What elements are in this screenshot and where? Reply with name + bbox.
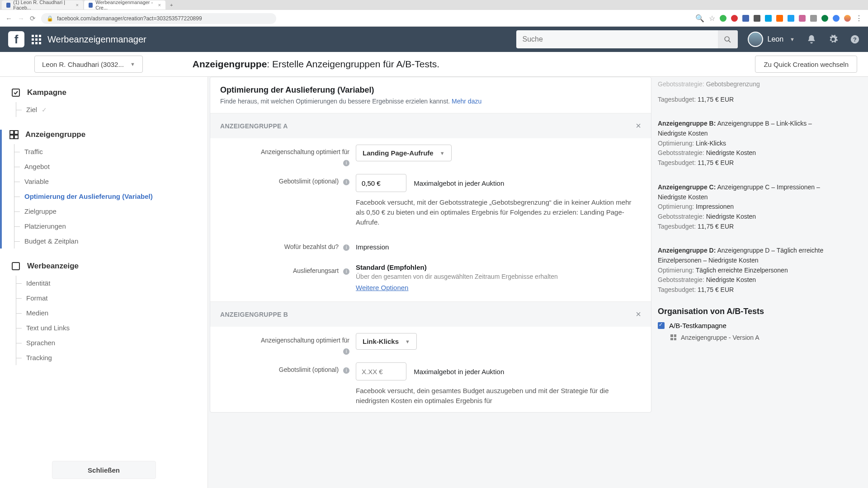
extension-icon[interactable]	[765, 15, 772, 22]
browser-tab-active[interactable]: Werbeanzeigenmanager - Cre... ×	[84, 0, 165, 9]
card-title: Optimierung der Auslieferung (Variabel)	[210, 77, 651, 98]
summary-group-c: Anzeigengruppe C: Anzeigengruppe C – Imp…	[658, 180, 825, 234]
org-campaign-line[interactable]: A/B-Testkampagne	[658, 322, 825, 329]
nav-item-budget[interactable]: Budget & Zeitplan	[14, 234, 198, 249]
nav-head-campaign[interactable]: Kampagne	[11, 88, 198, 98]
nav-item-tracking[interactable]: Tracking	[16, 350, 198, 365]
info-icon[interactable]: i	[343, 348, 349, 355]
label-bid: Gebotslimit (optional) i	[220, 362, 356, 374]
nav-item-format[interactable]: Format	[16, 291, 198, 305]
group-b-header: ANZEIGENGRUPPE B ×	[210, 301, 651, 327]
extension-icon[interactable]	[731, 15, 738, 22]
nav-item-angebot[interactable]: Angebot	[14, 159, 198, 174]
url-text: facebook.com/adsmanager/creation?act=303…	[57, 15, 202, 22]
close-icon[interactable]: ×	[636, 121, 641, 131]
optimization-dropdown-a[interactable]: Landing Page-Aufrufe ▼	[356, 145, 452, 161]
learn-more-link[interactable]: Mehr dazu	[452, 98, 481, 105]
summary-budget: Tagesbudget: 11,75 € EUR	[658, 92, 825, 108]
nav-head-ad[interactable]: Werbeanzeige	[11, 261, 198, 271]
user-menu[interactable]: Leon ▼	[748, 32, 795, 47]
optimization-dropdown-b[interactable]: Link-Klicks ▼	[356, 333, 417, 350]
help-icon[interactable]: ?	[850, 34, 860, 44]
extension-icon[interactable]	[799, 15, 806, 22]
more-options-link[interactable]: Weitere Optionen	[356, 284, 408, 291]
search-wrap	[516, 30, 738, 48]
close-button[interactable]: Schließen	[52, 461, 156, 479]
account-selector[interactable]: Leon R. Chaudhari (3032... ▼	[34, 56, 143, 73]
nav-section-adset: Anzeigengruppe Traffic Angebot Variable …	[0, 130, 198, 249]
bid-input-a[interactable]	[356, 174, 406, 192]
browser-tab[interactable]: (1) Leon R. Chaudhari | Faceb... ×	[2, 0, 83, 9]
label-optimization: Anzeigenschaltung optimiert für i	[220, 333, 356, 344]
back-icon[interactable]: ←	[5, 14, 12, 23]
row-bid-b: Gebotslimit (optional) i Maximalgebot in…	[210, 356, 651, 412]
bid-help-text: Facebook versucht, dein gesamtes Budget …	[356, 386, 632, 406]
nav-item-identitat[interactable]: Identität	[16, 276, 198, 291]
quick-creation-button[interactable]: Zu Quick Creation wechseln	[755, 56, 857, 73]
reload-icon[interactable]: ⟳	[30, 14, 36, 23]
label-optimization: Anzeigenschaltung optimiert für i	[220, 145, 356, 155]
menu-icon[interactable]: ⋮	[855, 14, 863, 23]
nav-item-sprachen[interactable]: Sprachen	[16, 335, 198, 350]
info-icon[interactable]: i	[343, 160, 349, 166]
summary-top: Gebotsstrategie: Gebotsbegrenzung	[658, 77, 825, 92]
nav-item-zielgruppe[interactable]: Zielgruppe	[14, 204, 198, 219]
nav-item-optimierung[interactable]: Optimierung der Auslieferung (Variabel)	[14, 189, 198, 204]
nav-item-medien[interactable]: Medien	[16, 305, 198, 320]
avatar	[748, 32, 763, 47]
chevron-down-icon: ▼	[790, 37, 795, 42]
extension-icon[interactable]	[833, 15, 840, 22]
apps-menu-icon[interactable]	[32, 35, 41, 44]
profile-avatar-icon[interactable]	[844, 15, 851, 22]
row-delivery-a: Auslieferungsart i Standard (Empfohlen) …	[210, 257, 651, 301]
extension-icon[interactable]	[821, 15, 828, 22]
row-bid-a: Gebotslimit (optional) i Maximalgebot in…	[210, 168, 651, 233]
forward-icon[interactable]: →	[18, 14, 24, 23]
nav-section-ad: Werbeanzeige Identität Format Medien Tex…	[9, 261, 198, 365]
extension-icon[interactable]	[720, 15, 726, 22]
nav-item-variable[interactable]: Variable	[14, 174, 198, 189]
lock-icon: 🔒	[47, 15, 53, 22]
close-icon[interactable]: ×	[158, 2, 161, 8]
gear-icon[interactable]	[828, 34, 838, 44]
extension-icon[interactable]	[788, 15, 794, 22]
org-heading: Organisation von A/B-Tests	[658, 307, 825, 316]
zoom-icon[interactable]: 🔍	[695, 14, 704, 23]
nav-head-adset[interactable]: Anzeigengruppe	[9, 130, 198, 140]
facebook-logo-icon[interactable]: f	[8, 31, 24, 47]
bell-icon[interactable]	[807, 34, 816, 44]
nav-item-platzierungen[interactable]: Platzierungen	[14, 219, 198, 234]
payfor-value: Impression	[356, 243, 389, 251]
ad-icon	[11, 261, 21, 271]
summary-group-b: Anzeigengruppe B: Anzeigengruppe B – Lin…	[658, 116, 825, 170]
chevron-down-icon: ▼	[405, 339, 410, 344]
info-icon[interactable]: i	[343, 367, 349, 374]
nav-item-ziel[interactable]: Ziel	[16, 102, 198, 117]
nav-item-traffic[interactable]: Traffic	[14, 144, 198, 159]
close-icon[interactable]: ×	[636, 309, 641, 319]
svg-rect-4	[12, 89, 19, 96]
star-icon[interactable]: ☆	[709, 14, 715, 23]
svg-rect-5	[10, 131, 14, 134]
org-adset-line[interactable]: Anzeigengruppe - Version A	[670, 334, 825, 341]
svg-point-0	[725, 37, 729, 41]
info-icon[interactable]: i	[343, 268, 349, 275]
browser-chrome: (1) Leon R. Chaudhari | Faceb... × Werbe…	[0, 0, 868, 27]
card-optimization: Optimierung der Auslieferung (Variabel) …	[210, 77, 651, 413]
extension-icon[interactable]	[754, 15, 760, 22]
bid-help-text: Facebook versucht, mit der Gebotsstrateg…	[356, 197, 632, 227]
right-col: Gebotsstrategie: Gebotsbegrenzung Tagesb…	[653, 77, 832, 488]
info-icon[interactable]: i	[343, 179, 349, 185]
main: Optimierung der Auslieferung (Variabel) …	[208, 77, 868, 488]
extension-icon[interactable]	[810, 15, 817, 22]
new-tab-button[interactable]: +	[166, 2, 176, 8]
info-icon[interactable]: i	[343, 244, 349, 251]
bid-input-b[interactable]	[356, 362, 406, 380]
close-icon[interactable]: ×	[76, 2, 79, 8]
url-box[interactable]: 🔒 facebook.com/adsmanager/creation?act=3…	[41, 13, 276, 24]
search-input[interactable]	[516, 35, 718, 43]
nav-item-text[interactable]: Text und Links	[16, 320, 198, 335]
search-button[interactable]	[718, 30, 738, 48]
extension-icon[interactable]	[776, 15, 783, 22]
extension-icon[interactable]	[742, 15, 749, 22]
